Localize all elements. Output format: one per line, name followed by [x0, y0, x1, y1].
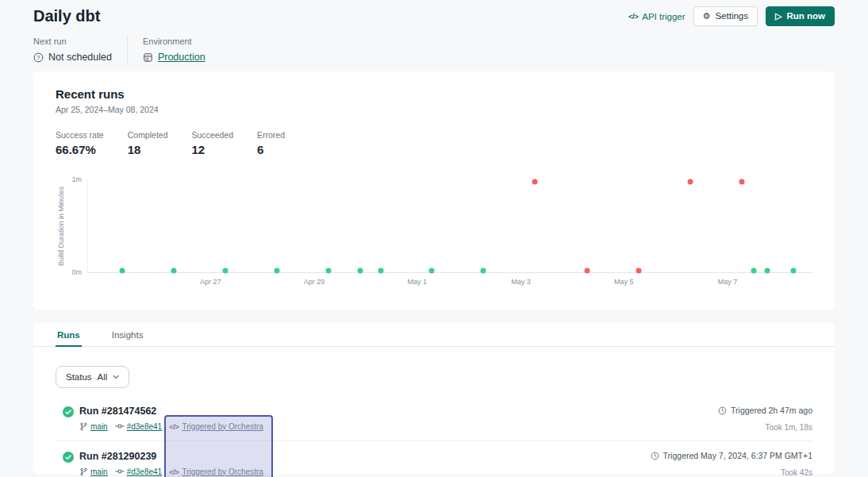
duration-text: Took 1m, 18s: [718, 423, 812, 432]
git-commit-icon: [115, 467, 125, 476]
clock-icon: [718, 406, 727, 415]
page-title: Daily dbt: [33, 7, 100, 25]
gear-icon: ⚙: [703, 12, 711, 21]
run-right: Triggered 2h 47m ago Took 1m, 18s: [718, 406, 812, 432]
run-sub-row: main #d3e8e41 </> Tr: [79, 467, 263, 476]
stat-value: 66.67%: [56, 143, 104, 156]
next-run-block: Next run ? Not scheduled: [33, 35, 112, 64]
stat-label: Succeeded: [191, 130, 233, 140]
environment-link[interactable]: Production: [158, 52, 205, 63]
next-run-value: Not scheduled: [48, 52, 112, 63]
run-now-button[interactable]: ▷ Run now: [766, 6, 835, 27]
run-title: Run #281290239: [79, 451, 263, 463]
y-tick-0m: 0m: [71, 268, 82, 276]
status-filter-dropdown[interactable]: Status All: [56, 366, 129, 388]
code-icon: </>: [169, 422, 179, 431]
environment-value-row: Production: [143, 52, 205, 63]
settings-label: Settings: [715, 12, 748, 21]
date-range: Apr 25, 2024–May 08, 2024: [56, 105, 812, 114]
stat-value: 18: [128, 143, 168, 156]
recent-runs-card: Recent runs Apr 25, 2024–May 08, 2024 Su…: [33, 71, 835, 310]
next-run-label: Next run: [33, 37, 112, 46]
stat-success-rate: Success rate 66.67%: [56, 130, 104, 156]
x-tick-label: Apr 27: [200, 278, 221, 286]
trigger-label: Triggered by Orchestra: [182, 422, 263, 431]
play-icon: ▷: [775, 12, 782, 21]
stat-label: Success rate: [56, 130, 104, 140]
code-icon: </>: [169, 467, 179, 476]
run-now-label: Run now: [786, 12, 825, 21]
plot-column: Apr 27Apr 29May 1May 3May 5May 7: [87, 179, 812, 289]
runs-card: Runs Insights Status All Run #281474562: [33, 323, 835, 474]
stat-value: 12: [191, 143, 233, 156]
job-meta-row: Next run ? Not scheduled Environment Pro…: [33, 35, 835, 64]
run-row[interactable]: Run #281474562 main: [56, 404, 812, 441]
status-filter-label: Status: [66, 372, 92, 382]
scatter-plot-area: [87, 179, 812, 273]
triggered-time: Triggered May 7, 2024, 6:37 PM GMT+1: [651, 451, 812, 460]
chevron-down-icon: [113, 375, 119, 379]
trigger-link[interactable]: </> Triggered by Orchestra: [169, 422, 263, 431]
x-tick-label: May 7: [718, 278, 738, 286]
branch-name[interactable]: main: [90, 422, 108, 431]
stat-label: Errored: [257, 130, 294, 140]
git-branch-icon: [79, 467, 88, 476]
data-point-error[interactable]: [687, 179, 693, 184]
triggered-text: Triggered May 7, 2024, 6:37 PM GMT+1: [663, 451, 812, 460]
y-axis-ticks: 1m 0m: [67, 179, 87, 273]
recent-runs-title: Recent runs: [56, 87, 812, 101]
stat-value: 6: [257, 143, 294, 156]
y-axis-title: Build Duration in Minutes: [56, 179, 67, 273]
git-commit-icon: [115, 421, 125, 431]
environment-block: Environment Production: [143, 35, 205, 64]
success-check-icon: [63, 406, 74, 417]
api-trigger-button[interactable]: </> API trigger: [628, 12, 686, 21]
x-tick-label: Apr 29: [304, 278, 325, 286]
branch-link[interactable]: main: [79, 467, 108, 476]
commit-link[interactable]: #d3e8e41: [115, 467, 163, 476]
run-right: Triggered May 7, 2024, 6:37 PM GMT+1 Too…: [651, 451, 812, 477]
run-left: Run #281474562 main: [63, 406, 263, 432]
next-run-value-row: ? Not scheduled: [33, 52, 112, 63]
stat-succeeded: Succeeded 12: [191, 130, 233, 156]
stat-completed: Completed 18: [128, 130, 168, 156]
page-header: Daily dbt </> API trigger ⚙ Settings ▷ R…: [33, 0, 835, 29]
settings-button[interactable]: ⚙ Settings: [693, 6, 758, 27]
triggered-time: Triggered 2h 47m ago: [718, 406, 812, 415]
run-left: Run #281290239 main: [63, 451, 263, 477]
environment-database-icon: [143, 52, 153, 63]
stats-row: Success rate 66.67% Completed 18 Succeed…: [56, 130, 812, 156]
build-duration-chart: Build Duration in Minutes 1m 0m Apr 27Ap…: [56, 179, 812, 289]
clock-icon: [651, 452, 659, 460]
triggered-text: Triggered 2h 47m ago: [731, 406, 812, 415]
run-title: Run #281474562: [79, 406, 263, 417]
commit-sha[interactable]: #d3e8e41: [127, 467, 163, 476]
x-tick-label: May 5: [614, 278, 634, 286]
tab-bar: Runs Insights: [33, 323, 835, 347]
x-axis-ticks: Apr 27Apr 29May 1May 3May 5May 7: [87, 273, 812, 289]
question-circle-icon: ?: [33, 52, 44, 63]
run-row[interactable]: Run #281290239 main: [56, 449, 812, 477]
status-filter-value: All: [98, 372, 108, 382]
branch-link[interactable]: main: [79, 422, 108, 431]
run-info: Run #281474562 main: [79, 406, 263, 432]
success-check-icon: [63, 452, 74, 463]
code-icon: </>: [628, 12, 638, 21]
tab-runs[interactable]: Runs: [56, 323, 82, 347]
branch-name[interactable]: main: [90, 467, 108, 476]
commit-link[interactable]: #d3e8e41: [115, 421, 163, 431]
trigger-label: Triggered by Orchestra: [182, 467, 263, 476]
commit-sha[interactable]: #d3e8e41: [127, 422, 163, 431]
data-point-error[interactable]: [532, 179, 538, 184]
environment-label: Environment: [143, 37, 205, 46]
run-info: Run #281290239 main: [79, 451, 263, 477]
runs-body: Status All Run #281474562: [33, 347, 835, 477]
vertical-divider: [127, 35, 128, 64]
stat-label: Completed: [128, 130, 168, 140]
tab-insights[interactable]: Insights: [110, 323, 145, 346]
data-point-error[interactable]: [739, 179, 744, 184]
run-sub-row: main #d3e8e41 </> Tr: [79, 421, 263, 431]
y-tick-1m: 1m: [71, 175, 82, 183]
run-list: Run #281474562 main: [56, 404, 812, 477]
trigger-link[interactable]: </> Triggered by Orchestra: [169, 467, 263, 476]
